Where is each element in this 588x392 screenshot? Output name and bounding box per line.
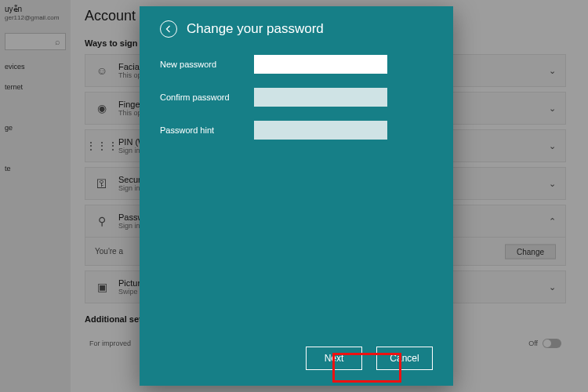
row-new-password: New password xyxy=(160,55,433,74)
label-password-hint: Password hint xyxy=(160,125,254,135)
dialog-header: Change your password xyxy=(160,20,433,38)
next-button[interactable]: Next xyxy=(306,347,362,370)
cancel-button[interactable]: Cancel xyxy=(376,347,433,370)
confirm-password-input[interactable] xyxy=(254,88,387,107)
dialog-title: Change your password xyxy=(187,21,324,37)
password-hint-input[interactable] xyxy=(254,121,387,140)
row-password-hint: Password hint xyxy=(160,121,433,140)
new-password-input[interactable] xyxy=(254,55,387,74)
label-new-password: New password xyxy=(160,60,254,69)
change-password-dialog: Change your password New password Confir… xyxy=(140,6,453,386)
label-confirm-password: Confirm password xyxy=(160,93,254,102)
back-icon[interactable] xyxy=(160,20,177,38)
dialog-footer: Next Cancel xyxy=(306,347,433,370)
row-confirm-password: Confirm password xyxy=(160,88,433,107)
